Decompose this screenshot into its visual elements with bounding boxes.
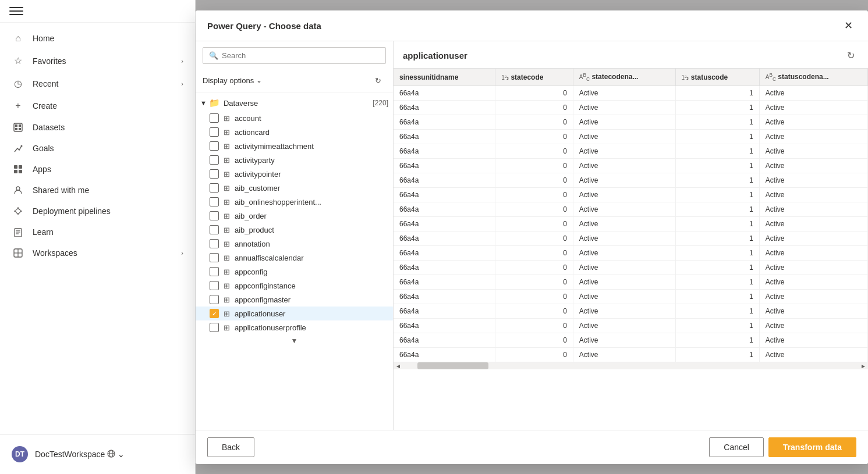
power-query-dialog: Power Query - Choose data ✕ 🔍 Display op… [196,10,868,464]
checkbox-account[interactable] [210,113,219,123]
refresh-button[interactable]: ↻ [370,72,386,88]
tree-item-actioncard[interactable]: ⊞ actioncard [196,125,393,139]
sidebar: ⌂ Home ☆ Favorites › ◷ Recent › + Create [0,0,196,474]
sidebar-item-workspaces[interactable]: Workspaces › [0,243,195,263]
checkbox-appconfiginstance[interactable] [210,281,219,290]
col-header-statuscodename: ABC statuscodena... [759,69,867,86]
sidebar-item-label: Workspaces [33,248,181,258]
sidebar-item-apps[interactable]: Apps [0,159,195,180]
scroll-right-button[interactable]: ► [859,362,868,369]
sidebar-item-create[interactable]: + Create [0,95,195,117]
table-cell: 66a4a [394,319,495,333]
table-row: 66a4a0Active1Active [394,202,868,217]
table-cell: 1 [675,275,759,290]
checkbox-annotation[interactable] [210,239,219,248]
search-box[interactable]: 🔍 [203,47,386,64]
table-row: 66a4a0Active1Active [394,130,868,144]
favorites-icon: ☆ [12,55,24,66]
tree-item-appconfiginstance[interactable]: ⊞ appconfiginstance [196,279,393,293]
tree-item-activitymimeattachment[interactable]: ⊞ activitymimeattachment [196,139,393,153]
checkbox-actioncard[interactable] [210,127,219,137]
table-icon: ⊞ [224,281,230,290]
footer-right: Cancel Transform data [709,437,856,457]
right-refresh-button[interactable]: ↻ [842,47,859,63]
back-button[interactable]: Back [207,437,254,457]
tree-area: ▼ 📁 Dataverse [220] ⊞ account ⊞ ac [196,92,393,430]
close-button[interactable]: ✕ [840,17,856,34]
horizontal-scroll-thumb[interactable] [417,362,488,369]
table-cell: Active [759,246,867,261]
checkbox-activitypointer[interactable] [210,169,219,179]
table-cell: 0 [495,290,573,304]
sidebar-item-label: Recent [33,79,181,88]
sidebar-item-goals[interactable]: Goals [0,138,195,159]
checkbox-applicationuserprofile[interactable] [210,323,219,332]
table-cell: 1 [675,319,759,333]
recent-icon: ◷ [12,78,24,89]
checkbox-aib-customer[interactable] [210,183,219,193]
tree-item-annualfiscalcalendar[interactable]: ⊞ annualfiscalcalendar [196,251,393,265]
horizontal-scrollbar[interactable]: ◄ ► [394,362,868,369]
transform-data-button[interactable]: Transform data [768,437,856,457]
table-cell: Active [759,231,867,246]
table-icon: ⊞ [224,198,230,206]
dialog-footer: Back Cancel Transform data [196,430,868,464]
table-cell: Active [759,319,867,333]
sidebar-item-recent[interactable]: ◷ Recent › [0,72,195,95]
hamburger-menu[interactable] [9,7,23,15]
checkbox-activityparty[interactable] [210,155,219,165]
table-cell: Active [573,348,675,362]
table-icon: ⊞ [224,226,230,234]
sidebar-item-favorites[interactable]: ☆ Favorites › [0,49,195,72]
table-cell: Active [759,159,867,173]
tree-item-applicationuserprofile[interactable]: ⊞ applicationuserprofile [196,320,393,334]
tree-item-account[interactable]: ⊞ account [196,111,393,125]
cancel-button[interactable]: Cancel [709,437,764,457]
checkbox-aib-order[interactable] [210,211,219,220]
dataverse-folder[interactable]: ▼ 📁 Dataverse [220] [196,95,393,111]
table-cell: Active [759,86,867,101]
checkbox-aib-product[interactable] [210,225,219,234]
sidebar-item-datasets[interactable]: Datasets [0,117,195,138]
checkbox-applicationuser[interactable]: ✓ [210,309,219,318]
checkbox-aib-onlineshopperintent[interactable] [210,197,219,206]
svg-rect-12 [15,229,22,237]
table-cell: 1 [675,115,759,130]
left-panel: 🔍 Display options ⌄ ↻ ▼ 📁 [196,41,394,430]
workspace-item[interactable]: DT DocTestWorkspace ⌄ [0,440,195,468]
svg-rect-8 [14,170,17,173]
checkbox-annualfiscalcalendar[interactable] [210,253,219,262]
table-cell: 1 [675,86,759,101]
tree-item-activitypointer[interactable]: ⊞ activitypointer [196,167,393,181]
tree-item-appconfig[interactable]: ⊞ appconfig [196,265,393,279]
item-label: actioncard [235,128,388,137]
tree-item-aib-customer[interactable]: ⊞ aib_customer [196,181,393,195]
tree-item-appconfigmaster[interactable]: ⊞ appconfigmaster [196,293,393,307]
search-input[interactable] [222,51,380,60]
display-options-button[interactable]: Display options ⌄ [203,76,370,85]
checkbox-appconfig[interactable] [210,267,219,276]
tree-item-aib-product[interactable]: ⊞ aib_product [196,223,393,237]
table-cell: 66a4a [394,231,495,246]
tree-item-activityparty[interactable]: ⊞ activityparty [196,153,393,167]
item-label: activityparty [235,156,388,165]
tree-item-aib-onlineshopperintent[interactable]: ⊞ aib_onlineshopperintent... [196,195,393,209]
sidebar-item-learn[interactable]: Learn [0,222,195,243]
tree-item-annotation[interactable]: ⊞ annotation [196,237,393,251]
sidebar-item-shared-with-me[interactable]: Shared with me [0,180,195,201]
checkbox-appconfigmaster[interactable] [210,295,219,304]
table-cell: Active [573,261,675,275]
tree-item-applicationuser[interactable]: ✓ ⊞ applicationuser [196,307,393,320]
sidebar-item-label: Shared with me [33,186,183,195]
item-label: aib_product [235,226,388,234]
tree-item-aib-order[interactable]: ⊞ aib_order [196,209,393,223]
scroll-left-button[interactable]: ◄ [394,362,403,369]
sidebar-item-deployment-pipelines[interactable]: Deployment pipelines [0,201,195,222]
checkbox-activitymimeattachment[interactable] [210,141,219,151]
right-panel-title: applicationuser [403,51,467,60]
sidebar-item-home[interactable]: ⌂ Home [0,27,195,49]
table-cell: 0 [495,130,573,144]
table-cell: 0 [495,348,573,362]
chevron-down-icon: ⌄ [118,450,125,459]
table-cell: 0 [495,333,573,348]
